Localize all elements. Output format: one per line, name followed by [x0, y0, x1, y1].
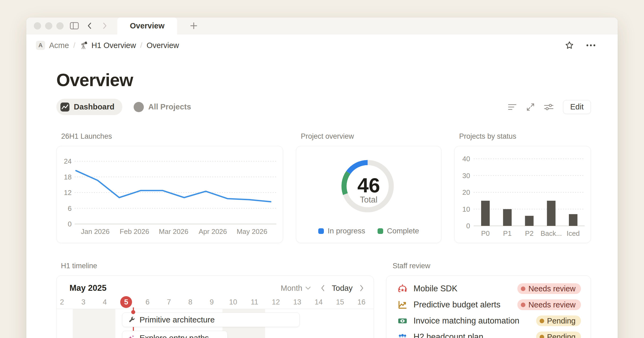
timeline-day[interactable]: 12 [270, 296, 282, 308]
svg-text:Iced: Iced [566, 229, 580, 237]
svg-text:24: 24 [64, 157, 72, 165]
staff-row-mobile-sdk[interactable]: Mobile SDK Needs review [397, 281, 581, 297]
view-mode-dropdown[interactable]: Month [281, 284, 311, 293]
favorite-star-icon[interactable] [565, 41, 574, 50]
line-chart: 06121824Jan 2026Feb 2026Mar 2026Apr 2026… [57, 146, 283, 243]
legend-swatch-blue [318, 228, 324, 234]
status-text: Pending [547, 333, 576, 338]
svg-text:10: 10 [462, 205, 470, 213]
window-titlebar: Overview [26, 17, 618, 34]
tab-dashboard[interactable]: Dashboard [56, 99, 122, 115]
status-badge: Pending [536, 315, 581, 326]
timeline-day[interactable]: 14 [313, 296, 325, 308]
expand-icon[interactable] [525, 101, 536, 113]
breadcrumb-workspace[interactable]: Acme [49, 41, 69, 50]
timeline-section: H1 timeline May 2025 Month [56, 262, 374, 338]
event-title: Explore entry paths [140, 333, 209, 338]
weekend-shading [73, 309, 115, 338]
page-content: Overview Dashboard All Projects [26, 70, 618, 338]
new-tab-button[interactable] [189, 21, 198, 30]
svg-text:0: 0 [68, 220, 72, 228]
projects-by-status-label: Projects by status [454, 132, 591, 141]
staff-row-predictive-budget-alerts[interactable]: Predictive budget alerts Needs review [397, 297, 581, 313]
timeline-day[interactable]: 2 [56, 296, 68, 308]
breadcrumb-current[interactable]: Overview [147, 41, 179, 50]
carousel-icon [397, 283, 408, 294]
staff-item-title: Mobile SDK [414, 284, 458, 293]
staff-item-title: Invoice matching automation [414, 316, 519, 326]
donut-legend: In progress Complete [296, 227, 441, 235]
status-badge: Needs review [517, 283, 581, 294]
zoom-button[interactable] [56, 22, 64, 30]
today-button[interactable]: Today [332, 284, 353, 293]
timeline-day[interactable]: 16 [356, 296, 367, 308]
timeline-day[interactable]: 7 [163, 296, 175, 308]
staff-row-invoice-matching[interactable]: Invoice matching automation Pending [397, 313, 581, 329]
sidebar-toggle-icon[interactable] [69, 21, 79, 30]
timeline-month-title: May 2025 [69, 283, 107, 293]
bar-chart: 010203040P0P1P2Back...Iced [455, 146, 591, 243]
svg-text:May 2026: May 2026 [237, 227, 267, 236]
close-button[interactable] [34, 22, 41, 30]
projects-by-status-bar-card[interactable]: 010203040P0P1P2Back...Iced [454, 146, 591, 243]
svg-text:P0: P0 [481, 229, 490, 237]
timeline-day[interactable]: 13 [291, 296, 303, 308]
svg-text:P1: P1 [503, 229, 512, 237]
telescope-icon [80, 41, 89, 50]
timeline-day[interactable]: 3 [78, 296, 89, 308]
timeline-day[interactable]: 6 [142, 296, 153, 308]
timeline-day-today[interactable]: 5 [120, 296, 132, 308]
timeline-day[interactable]: 15 [334, 296, 346, 308]
status-badge: Needs review [517, 299, 581, 310]
staff-row-h2-headcount[interactable]: H2 headcount plan Pending [397, 329, 581, 338]
svg-text:Apr 2026: Apr 2026 [199, 227, 227, 236]
breadcrumb: A Acme / H1 Overview / Overview [26, 34, 618, 56]
workspace-avatar[interactable]: A [36, 41, 45, 50]
timeline-day[interactable]: 4 [99, 296, 111, 308]
svg-text:Mar 2026: Mar 2026 [159, 227, 188, 236]
launches-line-chart-card[interactable]: 06121824Jan 2026Feb 2026Mar 2026Apr 2026… [56, 146, 283, 243]
tab-overview[interactable]: Overview [117, 17, 177, 35]
project-overview-donut-card[interactable]: 46 Total In progress Complete [296, 146, 441, 243]
status-text: Pending [547, 317, 576, 325]
timeline-card: May 2025 Month [56, 275, 374, 338]
traffic-lights [34, 22, 64, 30]
event-title: Primitive architecture [140, 315, 215, 324]
edit-button[interactable]: Edit [563, 100, 591, 114]
forward-icon[interactable] [101, 22, 108, 30]
staff-review-section: Staff review [386, 262, 591, 338]
svg-text:40: 40 [462, 155, 470, 163]
breadcrumb-separator: / [140, 41, 142, 50]
donut-total-label: Total [296, 195, 441, 205]
status-dot [521, 303, 525, 307]
edit-button-label: Edit [570, 102, 584, 111]
workspace-initial: A [38, 42, 43, 49]
minimize-button[interactable] [45, 22, 52, 30]
sparkles-icon [128, 334, 135, 338]
svg-text:30: 30 [462, 172, 470, 180]
timeline-day[interactable]: 9 [206, 296, 218, 308]
timeline-event[interactable]: Primitive architecture [122, 313, 300, 327]
launches-section: 26H1 Launches 06121824Jan 2026Feb 2026Ma… [56, 132, 283, 243]
prev-month-icon[interactable] [321, 285, 325, 292]
status-dot [540, 335, 544, 338]
staff-item-title: H2 headcount plan [414, 332, 483, 338]
timeline-day[interactable]: 11 [248, 296, 260, 308]
settings-sliders-icon[interactable] [543, 101, 554, 113]
timeline-day[interactable]: 8 [184, 296, 196, 308]
svg-text:18: 18 [64, 173, 72, 181]
today-marker-dot [131, 310, 135, 314]
back-icon[interactable] [86, 22, 93, 30]
more-options-icon[interactable] [586, 44, 596, 47]
next-month-icon[interactable] [360, 285, 364, 292]
breadcrumb-parent[interactable]: H1 Overview [92, 41, 136, 50]
timeline-event[interactable]: Explore entry paths [122, 331, 228, 338]
legend-label: Complete [387, 227, 419, 235]
filter-icon[interactable] [507, 101, 518, 113]
view-mode-label: Month [281, 284, 302, 293]
timeline-day[interactable]: 10 [227, 296, 239, 308]
chevron-down-icon [305, 286, 311, 290]
tab-all-projects[interactable]: All Projects [134, 102, 191, 112]
view-tabs: Dashboard All Projects [56, 99, 591, 115]
svg-text:P2: P2 [525, 229, 534, 237]
